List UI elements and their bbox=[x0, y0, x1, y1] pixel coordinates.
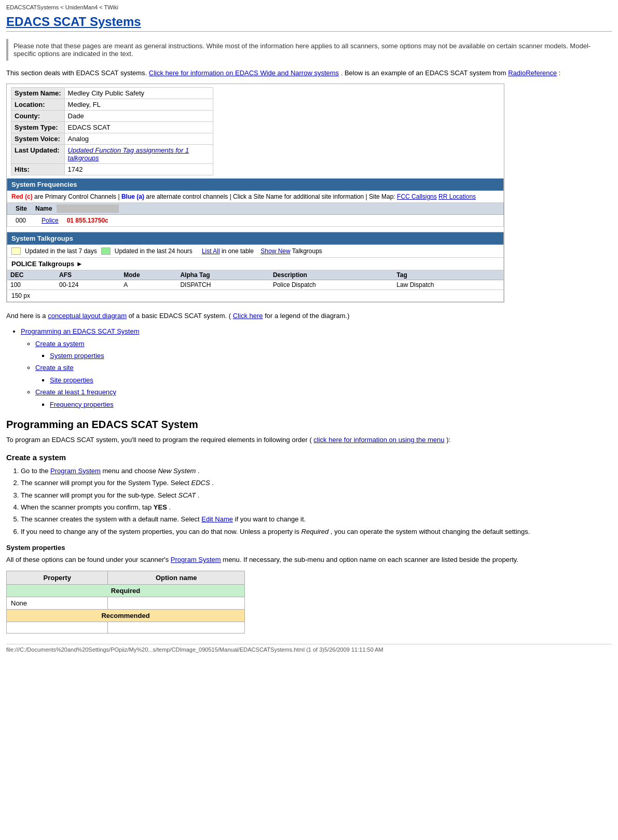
toc-link-create-freq[interactable]: Create at least 1 frequency bbox=[35, 388, 116, 396]
program-system-link-2[interactable]: Program System bbox=[171, 556, 221, 563]
sys-props-heading: System properties bbox=[6, 544, 612, 552]
sys-info-link[interactable]: Updated Function Tag assignments for 1 t… bbox=[68, 146, 189, 162]
toc-sub-sub-freq: Frequency properties bbox=[50, 398, 612, 410]
recommended-label: Recommended bbox=[7, 609, 245, 622]
toc-item-create-system: Create a system System properties bbox=[35, 338, 612, 362]
yellow-box-icon bbox=[11, 247, 21, 255]
freq-legend-after1: are Primary Control Channels | bbox=[34, 193, 121, 200]
none-row: None bbox=[7, 597, 245, 609]
browser-title: EDACSCATSystems < UnidenMan4 < TWiki bbox=[6, 4, 612, 10]
table-row: System Voice:Analog bbox=[11, 133, 213, 144]
tg-table: DEC AFS Mode Alpha Tag Description Tag 1… bbox=[7, 270, 503, 290]
sys-info-value: EDACS SCAT bbox=[64, 121, 213, 133]
site-name-link[interactable]: Police bbox=[37, 216, 63, 225]
notice-box: Please note that these pages are meant a… bbox=[6, 39, 612, 61]
prog-menu-link[interactable]: click here for information on using the … bbox=[313, 436, 444, 444]
toc-link-site-props[interactable]: Site properties bbox=[50, 376, 93, 384]
show-new-link[interactable]: Show New bbox=[260, 247, 290, 255]
prop-col-property: Property bbox=[7, 571, 108, 584]
toc-item-create-site: Create a site Site properties bbox=[35, 362, 612, 386]
toc-item-site-props: Site properties bbox=[50, 374, 612, 386]
table-row: Hits:1742 bbox=[11, 163, 213, 175]
empty-row bbox=[7, 622, 245, 633]
toc-sub-sub-site: Site properties bbox=[50, 374, 612, 386]
sys-info-label: Location: bbox=[11, 99, 65, 110]
toc-link-create-system[interactable]: Create a system bbox=[35, 340, 85, 348]
sys-info-value: Medley, FL bbox=[64, 99, 213, 110]
tg-legend-yellow: Updated in the last 7 days bbox=[25, 247, 97, 255]
list-all-link[interactable]: List All bbox=[202, 247, 220, 255]
diagram-text: And here is a bbox=[6, 312, 46, 320]
tg-legend-green: Updated in the last 24 hours bbox=[115, 247, 193, 255]
tg-cell-desc: Police Dispatch bbox=[270, 280, 393, 290]
toc-link-freq-props[interactable]: Frequency properties bbox=[50, 401, 114, 408]
list-all-after: in one table bbox=[222, 247, 254, 255]
tg-list-all-wrapper: List All in one table Show New Talkgroup… bbox=[202, 247, 322, 255]
edit-name-link[interactable]: Edit Name bbox=[201, 515, 233, 523]
toc-link-create-site[interactable]: Create a site bbox=[35, 364, 74, 371]
sys-info-label: Hits: bbox=[11, 163, 65, 175]
col-site: Site bbox=[11, 204, 31, 213]
notice-text: Please note that these pages are meant a… bbox=[13, 42, 590, 58]
freq-data-row: 000 Police 01 855.13750c bbox=[7, 215, 504, 227]
prop-table-header-row: Property Option name bbox=[7, 571, 245, 584]
col-mode: Mode bbox=[120, 270, 177, 280]
sys-info-label: System Name: bbox=[11, 87, 65, 99]
freq-legend: Red (c) are Primary Control Channels | B… bbox=[7, 191, 504, 203]
intro-text: This section deals with EDACS SCAT syste… bbox=[6, 69, 147, 77]
toc-link-programming[interactable]: Programming an EDACS SCAT System bbox=[21, 327, 140, 335]
toc-list: Programming an EDACS SCAT System Create … bbox=[21, 325, 612, 410]
sys-info-label: Last Updated: bbox=[11, 144, 65, 163]
freq-data-table: 000 Police 01 855.13750c bbox=[11, 216, 125, 225]
status-bar: file:///C:/Documents%20and%20Settings/PO… bbox=[6, 644, 612, 653]
sys-info-value[interactable]: Updated Function Tag assignments for 1 t… bbox=[64, 144, 213, 163]
toc-item-programming: Programming an EDACS SCAT System Create … bbox=[21, 325, 612, 410]
table-row: System Type:EDACS SCAT bbox=[11, 121, 213, 133]
sys-props-intro-text: All of these options can be found under … bbox=[6, 556, 171, 563]
toc-sub-list: Create a system System properties Create… bbox=[35, 338, 612, 410]
tg-legend: Updated in the last 7 days Updated in th… bbox=[7, 245, 504, 258]
step-1: Go to the Program System menu and choose… bbox=[21, 465, 612, 477]
prog-intro-end: ): bbox=[446, 436, 450, 444]
diagram-link[interactable]: conceptual layout diagram bbox=[48, 312, 127, 320]
system-info-table-wrapper: System Name:Medley City Public SafetyLoc… bbox=[7, 84, 504, 178]
col-freq bbox=[57, 204, 119, 213]
tg-cell-afs: 00-124 bbox=[56, 280, 120, 290]
intro-text3: : bbox=[559, 69, 561, 77]
tg-table-container: DEC AFS Mode Alpha Tag Description Tag 1… bbox=[7, 270, 504, 290]
required-row: Required bbox=[7, 584, 245, 597]
col-tag: Tag bbox=[393, 270, 503, 280]
sys-props-intro: All of these options can be found under … bbox=[6, 555, 612, 566]
create-system-heading: Create a system bbox=[6, 453, 612, 462]
step-5: The scanner creates the system with a de… bbox=[21, 513, 612, 525]
police-link[interactable]: Police bbox=[42, 217, 59, 224]
rr-locations-link[interactable]: RR Locations bbox=[438, 193, 476, 200]
intro-text2: . Below is an example of an EDACS SCAT s… bbox=[341, 69, 506, 77]
freq-subheader: Site Name bbox=[7, 203, 504, 215]
click-here-legend-link[interactable]: Click here bbox=[233, 312, 263, 320]
tg-col-header-row: DEC AFS Mode Alpha Tag Description Tag bbox=[7, 270, 503, 280]
green-box-icon bbox=[101, 247, 111, 255]
tg-cell-mode: A bbox=[120, 280, 177, 290]
fcc-callsigns-link[interactable]: FCC Callsigns bbox=[397, 193, 437, 200]
prog-intro: To program an EDACS SCAT system, you'll … bbox=[6, 435, 612, 446]
site-num: 000 bbox=[11, 216, 37, 225]
edacs-wide-narrow-link[interactable]: Click here for information on EDACS Wide… bbox=[149, 69, 339, 77]
sys-info-label: System Type: bbox=[11, 121, 65, 133]
page-title: EDACS SCAT Systems bbox=[6, 15, 612, 32]
program-system-link-1[interactable]: Program System bbox=[50, 467, 101, 475]
empty-cell-2 bbox=[108, 622, 245, 633]
sys-info-value: Dade bbox=[64, 110, 213, 121]
freq-header: System Frequencies bbox=[7, 178, 504, 191]
tg-header: System Talkgroups bbox=[7, 232, 504, 245]
none-label: None bbox=[7, 597, 108, 609]
sys-props-after: menu. If necessary, the sub-menu and opt… bbox=[223, 556, 518, 563]
recommended-row: Recommended bbox=[7, 609, 245, 622]
prog-intro-text: To program an EDACS SCAT system, you'll … bbox=[6, 436, 312, 444]
radio-reference-link[interactable]: RadioReference bbox=[508, 69, 557, 77]
toc-link-sys-props[interactable]: System properties bbox=[50, 352, 104, 360]
property-table: Property Option name Required None Recom… bbox=[6, 571, 245, 634]
tg-cell-alpha: DISPATCH bbox=[177, 280, 270, 290]
step-4: When the scanner prompts you confirm, ta… bbox=[21, 501, 612, 513]
required-label: Required bbox=[7, 584, 245, 597]
